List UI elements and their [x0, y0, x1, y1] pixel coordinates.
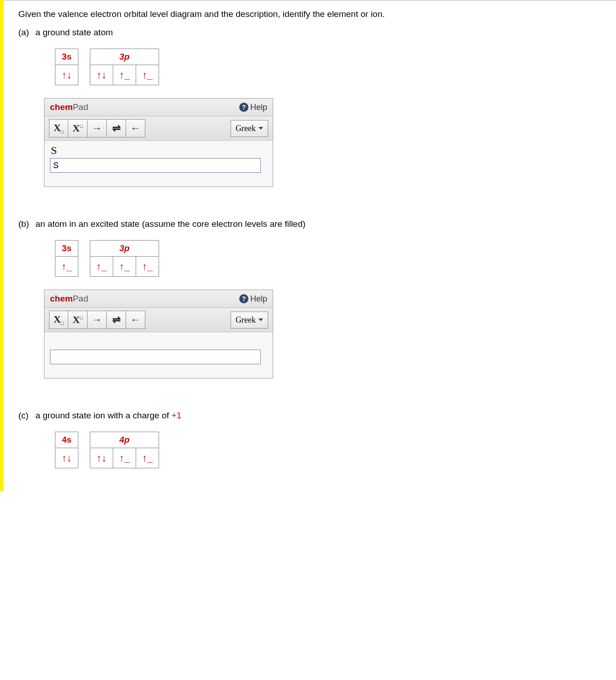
- chempad-widget-b: chemPad ? Help X□ X□ → ⇌ ← Greek: [44, 290, 273, 378]
- right-arrow-button[interactable]: →: [88, 119, 107, 137]
- orbital-header-3p-b: 3p: [90, 241, 159, 257]
- chempad-title-b: chemPad: [50, 294, 88, 304]
- orbital-4p-box-1: ↑↓: [90, 448, 113, 468]
- superscript-button[interactable]: X□: [68, 119, 88, 137]
- question-content: Given the valence electron orbital level…: [4, 0, 616, 491]
- orbital-3p-box-1: ↑↓: [90, 65, 113, 85]
- chempad-toolbar-b: X□ X□ → ⇌ ← Greek: [44, 308, 273, 332]
- part-b-id: (b): [18, 219, 33, 229]
- orbital-3p-box-3: ↑_: [136, 65, 159, 85]
- answer-input-a[interactable]: [50, 158, 261, 173]
- part-a-id: (a): [18, 27, 33, 38]
- orbital-4p-box-3: ↑_: [136, 448, 159, 468]
- part-a-desc: a ground state atom: [35, 27, 113, 37]
- orbital-3p-box-1-b: ↑_: [90, 257, 113, 277]
- answer-rendered-a: S: [50, 144, 267, 157]
- orbital-4s-box: ↑↓: [55, 448, 78, 468]
- part-c-label: (c) a ground state ion with a charge of …: [18, 411, 605, 421]
- help-button-b[interactable]: ? Help: [239, 294, 267, 304]
- help-icon: ?: [239, 103, 248, 112]
- question-prompt: Given the valence electron orbital level…: [18, 9, 605, 19]
- equilibrium-arrow-button[interactable]: ⇌: [107, 311, 126, 329]
- part-c-id: (c): [18, 411, 33, 421]
- part-c-desc: a ground state ion with a charge of +1: [35, 411, 181, 420]
- orbital-diagram-a: 3s 3p ↑↓ ↑↓ ↑_ ↑_: [55, 49, 605, 85]
- chempad-title: chemPad: [50, 102, 88, 112]
- answer-rendered-b: [50, 336, 267, 349]
- superscript-button[interactable]: X□: [68, 311, 88, 329]
- orbital-3p-box-2-b: ↑_: [113, 257, 136, 277]
- orbital-3s-box: ↑↓: [55, 65, 78, 85]
- selection-indicator-bar: [0, 0, 4, 491]
- orbital-diagram-c: 4s 4p ↑↓ ↑↓ ↑_ ↑_: [55, 432, 605, 468]
- left-arrow-button[interactable]: ←: [126, 311, 145, 329]
- chempad-titlebar: chemPad ? Help: [44, 99, 273, 116]
- help-icon: ?: [239, 294, 248, 303]
- chempad-titlebar-b: chemPad ? Help: [44, 290, 273, 308]
- greek-dropdown[interactable]: Greek: [231, 120, 268, 137]
- orbital-header-4s: 4s: [55, 432, 78, 448]
- orbital-3p-box-3-b: ↑_: [136, 257, 159, 277]
- chevron-down-icon: [258, 127, 263, 130]
- answer-input-b[interactable]: [50, 350, 261, 364]
- right-arrow-button[interactable]: →: [88, 311, 107, 329]
- chempad-widget-a: chemPad ? Help X□ X□ → ⇌ ← Greek S: [44, 98, 273, 187]
- orbital-3s-box-b: ↑_: [55, 257, 78, 277]
- chevron-down-icon: [258, 318, 263, 321]
- orbital-4p-box-2: ↑_: [113, 448, 136, 468]
- subscript-button[interactable]: X□: [49, 311, 68, 329]
- part-b-desc: an atom in an excited state (assume the …: [35, 219, 305, 229]
- left-arrow-button[interactable]: ←: [126, 119, 145, 137]
- orbital-header-4p: 4p: [90, 432, 159, 448]
- orbital-3p-box-2: ↑_: [113, 65, 136, 85]
- subscript-button[interactable]: X□: [49, 119, 68, 137]
- help-button[interactable]: ? Help: [239, 103, 267, 112]
- part-a-label: (a) a ground state atom: [18, 27, 605, 38]
- orbital-header-3s: 3s: [55, 49, 78, 65]
- chempad-toolbar: X□ X□ → ⇌ ← Greek: [44, 116, 273, 141]
- greek-dropdown[interactable]: Greek: [231, 312, 268, 329]
- orbital-header-3p: 3p: [90, 49, 159, 65]
- equilibrium-arrow-button[interactable]: ⇌: [107, 119, 126, 137]
- orbital-header-3s-b: 3s: [55, 241, 78, 257]
- orbital-diagram-b: 3s 3p ↑_ ↑_ ↑_ ↑_: [55, 240, 605, 277]
- part-b-label: (b) an atom in an excited state (assume …: [18, 219, 605, 229]
